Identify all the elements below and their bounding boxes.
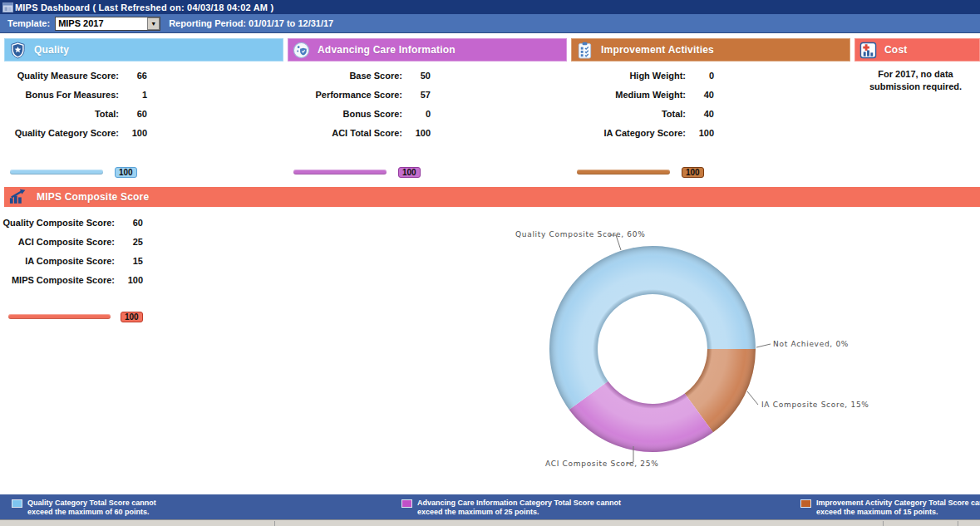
ia-panel: Improvement Activities High Weight:0 Med… <box>571 38 850 178</box>
donut-shading <box>574 270 731 428</box>
cost-message: For 2017, no data submission required. <box>854 61 980 93</box>
score-row: IA Category Score:100 <box>571 123 850 142</box>
score-row: Quality Category Score:100 <box>4 123 283 142</box>
aci-score-badge: 100 <box>398 167 421 178</box>
quality-progress-bar <box>10 170 103 175</box>
app-window-icon <box>2 2 13 12</box>
aci-swatch <box>401 499 412 508</box>
chevron-down-icon[interactable]: ▼ <box>147 17 160 30</box>
quality-swatch <box>12 499 22 508</box>
ia-progress-bar <box>577 170 670 175</box>
clipboard-checklist-icon <box>575 41 593 59</box>
cost-panel: Cost For 2017, no data submission requir… <box>854 38 980 178</box>
legend-text: Advancing Care Information Category Tota… <box>417 499 622 516</box>
score-row: ACI Total Score:100 <box>288 123 567 142</box>
template-select-value: MIPS 2017 <box>56 18 147 28</box>
aci-panel: Advancing Care Information Base Score:50… <box>288 38 567 178</box>
ia-panel-header: Improvement Activities <box>571 38 850 61</box>
row-label: Bonus Score: <box>288 109 402 119</box>
composite-title: MIPS Composite Score <box>37 191 149 203</box>
row-value: 40 <box>686 90 714 100</box>
legend-item-quality: Quality Category Total Score cannot exce… <box>12 499 182 516</box>
legend-text: Improvement Activity Category Total Scor… <box>816 499 980 516</box>
mips-dashboard: MIPS Dashboard ( Last Refreshed on: 04/0… <box>0 0 980 526</box>
category-panels: Quality Quality Measure Score:66 Bonus F… <box>0 38 980 178</box>
aci-panel-title: Advancing Care Information <box>318 44 456 56</box>
toolbar: Template: MIPS 2017 ▼ Reporting Period: … <box>0 14 980 33</box>
row-label: Total: <box>571 109 686 119</box>
row-label: Quality Category Score: <box>4 128 119 138</box>
score-row: MIPS Composite Score:100 <box>0 270 980 289</box>
quality-panel-title: Quality <box>34 44 69 56</box>
reporting-period-label: Reporting Period: 01/01/17 to 12/31/17 <box>169 18 333 28</box>
composite-donut-chart <box>548 244 757 454</box>
aci-progress-bar <box>293 170 387 175</box>
score-row: Total:40 <box>571 104 850 123</box>
composite-score-badge: 100 <box>121 312 143 322</box>
composite-body: Quality Composite Score:60 ACI Composite… <box>0 207 980 322</box>
row-label: ACI Total Score: <box>288 128 402 138</box>
row-label: MIPS Composite Score: <box>0 275 115 285</box>
legend-text: Quality Category Total Score cannot exce… <box>27 499 182 516</box>
score-row: Quality Measure Score:66 <box>4 66 283 85</box>
template-label: Template: <box>7 18 50 28</box>
legend-footer: Quality Category Total Score cannot exce… <box>0 494 980 519</box>
row-label: Bonus For Measures: <box>4 90 119 100</box>
score-row: Base Score:50 <box>288 66 567 85</box>
window-title: MIPS Dashboard ( Last Refreshed on: 04/0… <box>15 2 273 12</box>
score-row: Medium Weight:40 <box>571 85 850 104</box>
row-value: 57 <box>402 90 431 100</box>
row-value: 25 <box>115 237 143 247</box>
status-separator <box>274 521 275 526</box>
row-label: Medium Weight: <box>571 90 686 100</box>
quality-score-badge: 100 <box>115 167 137 178</box>
row-value: 66 <box>119 71 147 81</box>
row-label: Quality Measure Score: <box>4 71 119 81</box>
score-row: High Weight:0 <box>571 66 850 85</box>
ia-progress-row: 100 <box>571 166 850 178</box>
donut-label-ia: IA Composite Score, 15% <box>761 401 869 409</box>
row-value: 60 <box>115 218 143 228</box>
score-row: Bonus Score:0 <box>288 104 567 123</box>
row-label: High Weight: <box>571 71 686 81</box>
score-row: Total:60 <box>4 104 283 123</box>
chart-cross-icon <box>859 41 877 59</box>
row-label: Quality Composite Score: <box>0 218 115 228</box>
cost-panel-title: Cost <box>884 44 907 56</box>
row-value: 100 <box>115 275 143 285</box>
composite-header: MIPS Composite Score <box>4 187 980 207</box>
composite-progress-row: 100 <box>0 311 980 322</box>
row-label: ACI Composite Score: <box>0 237 115 247</box>
row-value: 60 <box>119 109 147 119</box>
score-row: Quality Composite Score:60 <box>0 213 980 232</box>
status-separator <box>883 521 884 526</box>
quality-progress-row: 100 <box>4 166 283 178</box>
title-bar: MIPS Dashboard ( Last Refreshed on: 04/0… <box>0 0 980 14</box>
row-label: Total: <box>4 109 119 119</box>
score-row: Performance Score:57 <box>288 85 567 104</box>
monitor-shield-icon <box>292 41 310 59</box>
row-label: Base Score: <box>288 71 402 81</box>
donut-label-quality: Quality Composite Score, 60% <box>515 230 645 238</box>
template-select[interactable]: MIPS 2017 ▼ <box>55 17 160 31</box>
aci-panel-body: Base Score:50 Performance Score:57 Bonus… <box>288 61 567 142</box>
score-row: Bonus For Measures:1 <box>4 85 283 104</box>
row-value: 1 <box>119 90 147 100</box>
row-value: 40 <box>686 109 714 119</box>
trending-chart-icon <box>9 189 29 205</box>
ia-score-badge: 100 <box>682 167 704 178</box>
score-row: ACI Composite Score:25 <box>0 232 980 251</box>
legend-item-aci: Advancing Care Information Category Tota… <box>401 499 622 516</box>
row-value: 100 <box>402 128 431 138</box>
row-label: IA Category Score: <box>571 128 686 138</box>
ia-panel-body: High Weight:0 Medium Weight:40 Total:40 … <box>571 61 850 142</box>
donut-label-aci: ACI Composite Score, 25% <box>545 460 658 468</box>
row-value: 100 <box>119 128 147 138</box>
row-value: 0 <box>686 71 714 81</box>
ia-swatch <box>800 499 811 508</box>
status-separator <box>958 521 958 526</box>
row-value: 50 <box>402 71 431 81</box>
cost-panel-header: Cost <box>854 38 980 61</box>
row-value: 15 <box>115 256 143 266</box>
row-label: IA Composite Score: <box>0 256 115 266</box>
